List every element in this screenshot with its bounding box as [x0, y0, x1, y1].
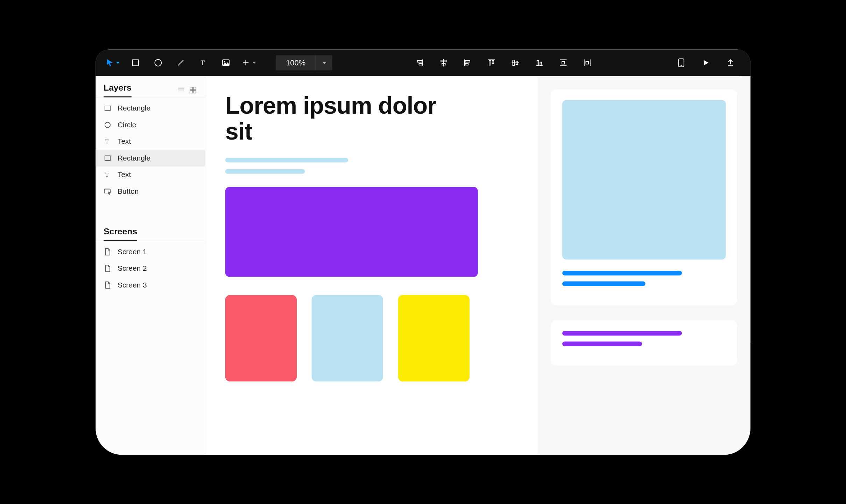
align-center-h-icon[interactable] [437, 56, 450, 69]
svg-text:T: T [200, 59, 205, 66]
svg-rect-29 [586, 61, 589, 64]
layer-label: Rectangle [118, 154, 150, 162]
svg-rect-40 [105, 156, 110, 160]
tool-group-align [413, 56, 594, 69]
svg-text:T: T [105, 139, 109, 144]
svg-rect-22 [537, 60, 539, 65]
screen-item[interactable]: Screen 3 [96, 277, 205, 293]
layer-label: Circle [118, 120, 136, 129]
align-bottom-icon[interactable] [533, 56, 546, 69]
placeholder-line [562, 281, 646, 286]
svg-point-5 [224, 61, 225, 62]
screen-item[interactable]: Screen 2 [96, 260, 205, 277]
align-center-v-icon[interactable] [509, 56, 522, 69]
button-icon [104, 187, 112, 195]
screen-item[interactable]: Screen 1 [96, 243, 205, 260]
layers-title: Layers [104, 83, 132, 97]
layer-label: Text [118, 170, 131, 179]
screen-list: Screen 1Screen 2Screen 3 [96, 241, 205, 296]
design-canvas[interactable]: Lorem ipsum dolor sit [205, 76, 538, 455]
svg-rect-14 [465, 63, 468, 65]
svg-point-38 [105, 122, 110, 127]
layer-item[interactable]: TText [96, 166, 205, 183]
align-right-icon[interactable] [413, 56, 426, 69]
tool-group-actions [675, 56, 737, 69]
svg-rect-26 [562, 61, 565, 64]
svg-rect-17 [492, 60, 494, 63]
chevron-down-icon [253, 62, 256, 64]
svg-rect-0 [133, 59, 139, 65]
canvas-card[interactable] [398, 295, 470, 381]
text-icon: T [104, 171, 112, 179]
tool-group-shapes: T [106, 56, 256, 69]
svg-rect-35 [190, 90, 193, 93]
svg-rect-13 [465, 60, 470, 62]
canvas-card[interactable] [312, 295, 383, 381]
layer-item[interactable]: Circle [96, 116, 205, 133]
svg-point-1 [155, 59, 161, 66]
screen-label: Screen 3 [118, 281, 147, 289]
grid-view-icon[interactable] [189, 86, 197, 94]
left-sidebar: Layers RectangleCircleTTextRectangleTTex… [96, 76, 205, 455]
rect-icon [104, 154, 112, 162]
upload-icon[interactable] [724, 56, 737, 69]
image-tool[interactable] [219, 56, 233, 69]
align-top-icon[interactable] [485, 56, 498, 69]
app-window: T 100% [96, 49, 750, 455]
layer-item[interactable]: Rectangle [96, 100, 205, 116]
add-tool[interactable] [242, 59, 256, 67]
zoom-dropdown[interactable] [316, 55, 332, 70]
svg-rect-37 [105, 106, 110, 111]
screens-title: Screens [104, 226, 137, 241]
svg-rect-8 [419, 63, 422, 65]
placeholder-line [562, 341, 642, 346]
screen-label: Screen 1 [118, 247, 147, 256]
canvas-large-rectangle[interactable] [225, 187, 478, 277]
app-body: Layers RectangleCircleTTextRectangleTTex… [96, 76, 750, 455]
canvas-card[interactable] [225, 295, 297, 381]
distribute-v-icon[interactable] [557, 56, 570, 69]
zoom-control[interactable]: 100% [276, 55, 332, 70]
svg-rect-36 [193, 90, 196, 93]
zoom-value[interactable]: 100% [276, 55, 316, 70]
placeholder-line [562, 331, 682, 335]
svg-rect-30 [679, 59, 684, 67]
layer-label: Text [118, 137, 131, 146]
svg-rect-23 [540, 62, 542, 65]
line-tool[interactable] [174, 56, 187, 69]
preview-card-2[interactable] [551, 320, 737, 365]
preview-card-1[interactable] [551, 89, 737, 305]
screens-panel-header: Screens [96, 222, 205, 241]
right-column [538, 76, 750, 455]
circle-icon [104, 121, 112, 129]
chevron-down-icon [116, 62, 120, 64]
layer-label: Button [118, 187, 139, 196]
svg-rect-7 [417, 60, 422, 62]
rectangle-tool[interactable] [129, 56, 142, 69]
layer-list: RectangleCircleTTextRectangleTTextButton [96, 97, 205, 202]
ellipse-tool[interactable] [151, 56, 165, 69]
canvas-headline[interactable]: Lorem ipsum dolor sit [225, 93, 458, 144]
layer-label: Rectangle [118, 104, 150, 113]
play-icon[interactable] [699, 56, 712, 69]
svg-rect-16 [489, 60, 491, 65]
layer-item[interactable]: Rectangle [96, 150, 205, 166]
list-view-icon[interactable] [177, 86, 185, 94]
layer-item[interactable]: Button [96, 183, 205, 200]
page-icon [104, 248, 112, 256]
distribute-h-icon[interactable] [580, 56, 594, 69]
top-toolbar: T 100% [96, 49, 750, 76]
preview-image-placeholder [562, 100, 726, 259]
placeholder-line [225, 157, 348, 162]
layer-item[interactable]: TText [96, 133, 205, 150]
svg-text:T: T [105, 172, 109, 178]
select-tool[interactable] [106, 58, 120, 67]
canvas-subtext[interactable] [225, 157, 518, 173]
align-left-icon[interactable] [461, 56, 474, 69]
svg-rect-33 [190, 87, 193, 90]
device-preview-icon[interactable] [675, 56, 688, 69]
layers-panel-header: Layers [96, 79, 205, 97]
page-icon [104, 264, 112, 272]
text-tool[interactable]: T [197, 56, 210, 69]
svg-rect-34 [193, 87, 196, 90]
